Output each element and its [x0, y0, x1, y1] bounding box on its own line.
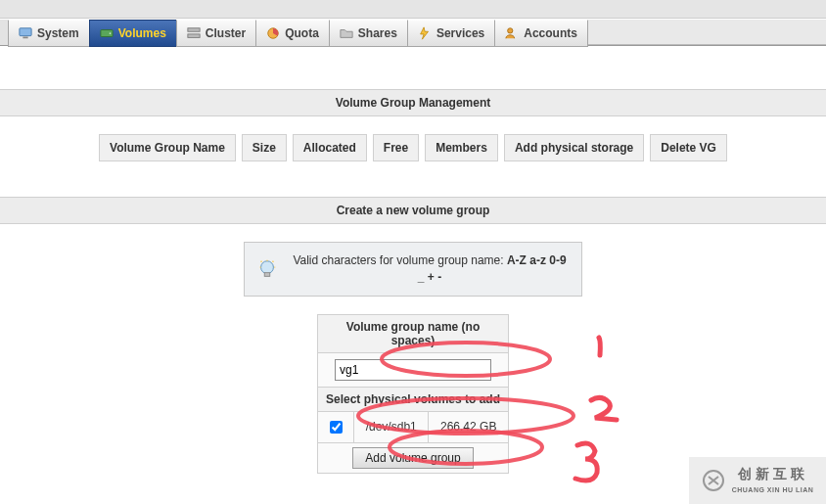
vg-table-header: Volume Group Name Size Allocated Free Me…: [0, 134, 826, 161]
nav-label: Quota: [285, 26, 319, 40]
col-header: Delete VG: [650, 134, 727, 161]
watermark-cn: 创新互联: [738, 466, 808, 481]
nav-item-volumes[interactable]: Volumes: [89, 20, 177, 47]
info-prefix: Valid characters for volume group name:: [293, 253, 507, 267]
svg-rect-4: [188, 28, 200, 32]
svg-point-3: [109, 32, 111, 34]
svg-rect-1: [23, 37, 27, 39]
nav-label: Cluster: [206, 26, 246, 40]
svg-point-8: [261, 261, 274, 274]
pv-size: 266.42 GB: [429, 411, 509, 442]
col-header: Allocated: [293, 134, 367, 161]
vg-name-header: Volume group name (no spaces): [318, 314, 509, 352]
vg-name-input[interactable]: [335, 359, 491, 381]
bolt-icon: [418, 26, 432, 40]
monitor-icon: [19, 26, 32, 40]
svg-rect-9: [264, 272, 270, 276]
section-title-vg-management: Volume Group Management: [0, 89, 826, 116]
nav-trailing: [588, 20, 826, 45]
pv-checkbox[interactable]: [330, 421, 343, 434]
nav-label: Shares: [358, 26, 397, 40]
info-text: Valid characters for volume group name: …: [290, 252, 570, 286]
col-header: Members: [425, 134, 498, 161]
main-nav: System Volumes Cluster Quota Shares Serv…: [0, 19, 826, 46]
col-header: Free: [373, 134, 419, 161]
nav-label: Services: [436, 26, 484, 40]
users-icon: [505, 26, 519, 40]
nav-item-accounts[interactable]: Accounts: [494, 20, 588, 47]
section-title-create-vg: Create a new volume group: [0, 197, 826, 224]
col-header: Add physical storage: [504, 134, 644, 161]
folder-icon: [340, 26, 353, 40]
col-header: Volume Group Name: [99, 134, 236, 161]
top-strip: [0, 0, 826, 19]
svg-rect-5: [188, 34, 200, 38]
nav-item-quota[interactable]: Quota: [255, 20, 330, 47]
add-volume-group-button[interactable]: Add volume group: [352, 447, 473, 469]
nav-item-cluster[interactable]: Cluster: [176, 20, 256, 47]
svg-point-7: [508, 28, 513, 33]
col-header: Size: [242, 134, 287, 161]
logo-icon: [702, 469, 725, 492]
watermark: 创新互联 CHUANG XIN HU LIAN: [689, 457, 826, 504]
svg-rect-0: [20, 28, 31, 36]
pie-icon: [266, 26, 280, 40]
nav-label: Volumes: [118, 26, 166, 40]
watermark-pinyin: CHUANG XIN HU LIAN: [732, 486, 814, 493]
nav-item-shares[interactable]: Shares: [329, 20, 408, 47]
nav-label: System: [37, 26, 79, 40]
pv-device: /dev/sdb1: [354, 411, 429, 442]
nav-item-system[interactable]: System: [8, 20, 90, 47]
servers-icon: [187, 26, 201, 40]
nav-label: Accounts: [524, 26, 577, 40]
info-panel: Valid characters for volume group name: …: [244, 242, 582, 297]
lightbulb-icon: [256, 258, 278, 280]
create-vg-form: Volume group name (no spaces) Select phy…: [317, 314, 509, 474]
pv-select-header: Select physical volumes to add: [318, 387, 509, 411]
nav-item-services[interactable]: Services: [407, 20, 495, 47]
drive-icon: [100, 26, 114, 40]
pv-row: /dev/sdb1 266.42 GB: [318, 411, 509, 442]
